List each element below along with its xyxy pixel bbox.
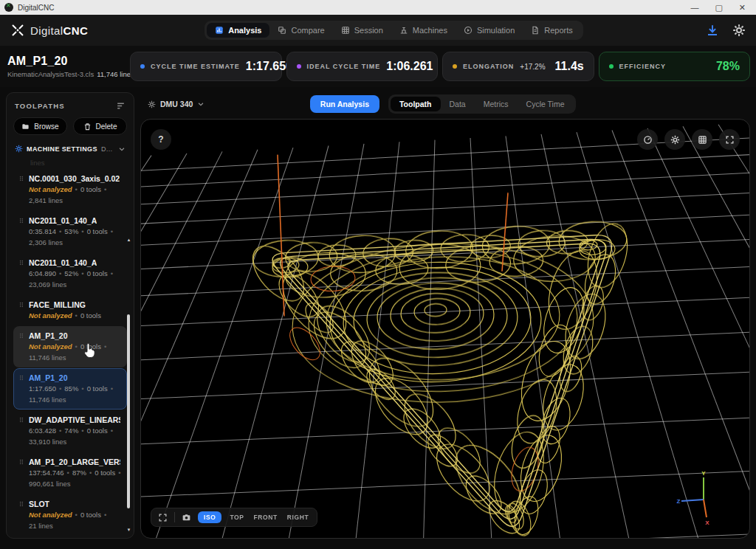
nav-tab-compare[interactable]: Compare	[269, 23, 332, 38]
tab-toolpath[interactable]: Toolpath	[391, 97, 441, 111]
toolpaths-sidebar: TOOLPATHS Browse Delete MACHINE SETTINGS…	[6, 92, 134, 539]
machine-settings-row[interactable]: MACHINE SETTINGS DMU 340 - Ro...	[13, 143, 127, 159]
toolpath-item[interactable]: AM_P1_20 Not analyzed•0 tools• 11,746 li…	[13, 326, 127, 367]
stat-subvalue: +17.2%	[520, 63, 545, 71]
toolpath-item[interactable]: SLOT Not analyzed•0 tools• 21 lines	[13, 494, 127, 536]
toolpath-meta: Not analyzed•0 tools•	[29, 511, 120, 519]
minimize-button[interactable]: —	[690, 0, 698, 15]
gear-icon	[670, 135, 680, 145]
fullscreen-button[interactable]	[719, 129, 740, 150]
gear-icon	[15, 145, 23, 153]
toolpath-name: AM_P1_20_LARGE_VERSION	[29, 458, 120, 466]
svg-text:Y: Y	[701, 470, 706, 477]
view-right[interactable]: RIGHT	[286, 511, 310, 523]
toolpath-name: DW_ADAPTIVE_LINEARS	[29, 415, 120, 424]
toolpath-name: AM_P1_20	[29, 373, 68, 382]
close-button[interactable]: ✕	[739, 0, 746, 15]
stat-card-efficiency: EFFICIENCY 78%	[599, 52, 751, 81]
toolpath-meta: Not analyzed•0 tools	[29, 311, 120, 320]
toolpath-meta: 6:04.890•52%•0 tools•	[29, 269, 120, 277]
nav-tab-simulation[interactable]: Simulation	[456, 23, 523, 38]
viewport-3d[interactable]: ? ISO TOP FRONT RIGHT YZX	[140, 119, 750, 539]
toolpath-name: NC2011_01_140_A	[29, 258, 97, 267]
scrollbar-thumb[interactable]	[127, 314, 130, 508]
toolpath-item[interactable]: AM_P1_20_LARGE_VERSION 137:54.746•87%•0 …	[13, 452, 127, 494]
run-analysis-button[interactable]: Run Analysis	[310, 95, 379, 113]
toolpath-lines: 11,746 lines	[29, 396, 120, 404]
view-top[interactable]: TOP	[228, 511, 245, 523]
stat-value: 1:17.650	[246, 60, 292, 73]
nav-tab-session[interactable]: Session	[333, 23, 391, 38]
svg-text:Z: Z	[677, 498, 681, 505]
view-iso[interactable]: ISO	[198, 511, 221, 523]
toolpath-meta: Not analyzed•0 tools•	[29, 185, 120, 193]
toolpath-lines: 990,661 lines	[29, 480, 120, 488]
axis-triad[interactable]: YZX	[676, 470, 729, 526]
stat-dot	[453, 64, 457, 69]
gear-icon	[148, 100, 156, 108]
nav-tab-reports[interactable]: Reports	[523, 23, 581, 38]
toolpath-item[interactable]: FACE_MILLING Not analyzed•0 tools	[13, 295, 127, 325]
chevron-down-icon	[197, 100, 205, 108]
fit-view-icon[interactable]	[158, 513, 168, 522]
logo-icon	[10, 23, 25, 38]
view-front[interactable]: FRONT	[252, 511, 279, 523]
drag-grip-icon	[18, 374, 24, 381]
toolpath-item[interactable]: NC.0001_030_3axis_0.02 Not analyzed•0 to…	[13, 169, 127, 210]
drag-grip-icon	[18, 500, 24, 508]
toolpath-name: NC.0001_030_3axis_0.02	[29, 174, 120, 183]
sort-icon[interactable]	[116, 101, 126, 111]
nav-tab-analysis[interactable]: Analysis	[207, 23, 269, 38]
help-button[interactable]: ?	[151, 129, 171, 150]
sidebar-title: TOOLPATHS	[15, 102, 65, 110]
tab-cycle-time[interactable]: Cycle Time	[518, 97, 574, 111]
gauge-button[interactable]	[637, 129, 658, 150]
nav-tab-machines[interactable]: Machines	[391, 23, 456, 38]
toolpath-item[interactable]: AM_P1_20 1:17.650•85%•0 tools• 11,746 li…	[13, 368, 127, 410]
program-file: KinematicAnalysisTest-3.cls11,746 lines	[7, 70, 126, 78]
toolpath-scene	[141, 120, 749, 538]
settings-gear-icon[interactable]	[732, 24, 746, 37]
app-header: DigitalCNC Analysis Compare Session Mach…	[0, 15, 756, 46]
toolpath-item[interactable]: DW_ADAPTIVE_LINEARS 6:03.428•74%•0 tools…	[13, 410, 127, 452]
tab-data[interactable]: Data	[441, 97, 475, 111]
stat-card-elongation: ELONGATION +17.2% 11.4s	[442, 52, 594, 81]
viewport-settings-button[interactable]	[664, 129, 685, 150]
stat-card-cycle-time: CYCLE TIME ESTIMATE 1:17.650	[130, 52, 282, 81]
toolpath-name: FACE_MILLING	[29, 300, 86, 309]
toolpath-name: AM_P1_20	[29, 331, 68, 340]
delete-button[interactable]: Delete	[73, 117, 127, 135]
window-title: DigitalCNC	[18, 4, 54, 12]
toolpath-meta: 6:03.428•74%•0 tools•	[29, 427, 120, 435]
toolpath-meta: 137:54.746•87%•0 tools•	[29, 469, 120, 477]
tab-metrics[interactable]: Metrics	[475, 97, 518, 111]
scroll-up-icon[interactable]: ▲	[126, 238, 131, 242]
toolpath-lines: 21 lines	[29, 522, 120, 530]
os-titlebar: DigitalCNC — ▢ ✕	[0, 0, 756, 15]
stat-value: 11.4s	[555, 60, 584, 73]
download-icon[interactable]	[706, 24, 719, 37]
browse-button[interactable]: Browse	[13, 117, 67, 135]
camera-icon[interactable]	[182, 513, 191, 522]
stat-value: 1:06.261	[386, 60, 433, 73]
expand-icon	[725, 135, 735, 145]
stat-value: 78%	[716, 60, 740, 73]
drag-grip-icon	[18, 332, 24, 339]
folder-icon	[21, 122, 30, 131]
stat-dot	[297, 64, 301, 69]
toolpath-lines: 2,841 lines	[29, 196, 120, 204]
machine-selector[interactable]: DMU 340	[148, 100, 205, 108]
drag-grip-icon	[18, 458, 24, 466]
chevron-down-icon	[118, 145, 126, 153]
scroll-down-icon[interactable]: ▼	[126, 528, 131, 532]
sidebar-scrollbar[interactable]: ▲ ▼	[126, 238, 131, 532]
maximize-button[interactable]: ▢	[715, 0, 722, 15]
toolpath-item[interactable]: NC2011_01_140_A 0:35.814•53%•0 tools• 2,…	[13, 211, 127, 252]
toolpath-item[interactable]: NC2011_01_140_A 6:04.890•52%•0 tools• 23…	[13, 253, 127, 294]
toolpath-meta: 0:35.814•53%•0 tools•	[29, 227, 120, 235]
grid-toggle-button[interactable]	[692, 129, 712, 150]
app-window: DigitalCNC — ▢ ✕ DigitalCNC Analysis Com…	[0, 0, 756, 549]
main-panel: DMU 340 Run Analysis Toolpath Data Metri…	[140, 92, 750, 539]
drag-grip-icon	[18, 416, 24, 424]
drag-grip-icon	[18, 259, 24, 266]
